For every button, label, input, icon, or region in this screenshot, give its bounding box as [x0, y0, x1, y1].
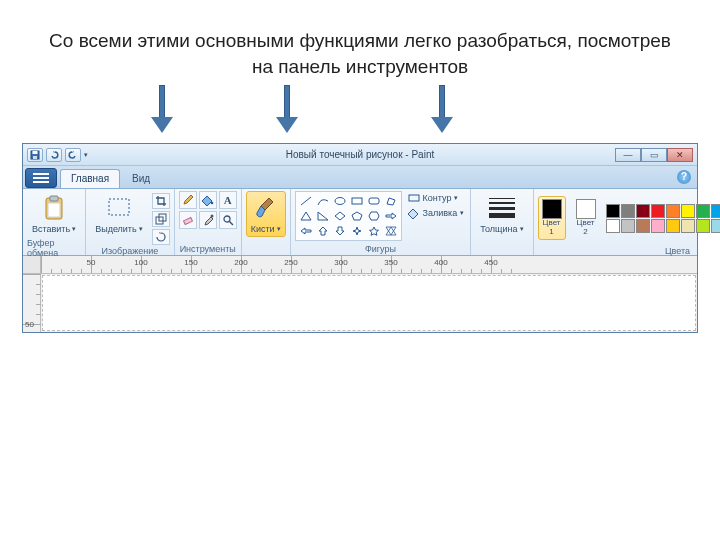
select-button[interactable]: Выделить▾	[90, 191, 148, 237]
horizontal-ruler: 50100150200250300350400450	[23, 256, 697, 274]
rotate-icon[interactable]	[152, 229, 170, 245]
palette-swatch[interactable]	[606, 204, 620, 218]
file-menu-button[interactable]	[25, 168, 57, 188]
shape-arrow-up-icon[interactable]	[315, 224, 331, 238]
quick-access-toolbar: ▾	[27, 148, 88, 162]
palette-swatch[interactable]	[606, 219, 620, 233]
eraser-tool-icon[interactable]	[179, 211, 197, 229]
palette-swatch[interactable]	[681, 219, 695, 233]
size-label: Толщина	[480, 224, 517, 234]
shape-hexagon-icon[interactable]	[366, 209, 382, 223]
palette-swatch[interactable]	[636, 219, 650, 233]
palette-swatch[interactable]	[711, 219, 720, 233]
palette-swatch[interactable]	[696, 219, 710, 233]
pencil-tool-icon[interactable]	[179, 191, 197, 209]
svg-line-13	[229, 222, 233, 226]
shape-rect-icon[interactable]	[349, 194, 365, 208]
group-colors: Цвет 1 Цвет 2 Изменение цветов Цвета	[534, 189, 720, 255]
group-shapes: Контур▾ Заливка▾ Фигуры	[291, 189, 472, 255]
svg-rect-16	[352, 198, 362, 204]
shape-line-icon[interactable]	[298, 194, 314, 208]
shape-star5-icon[interactable]	[366, 224, 382, 238]
text-tool-icon[interactable]: A	[219, 191, 237, 209]
group-tools: A Инструменты	[175, 189, 242, 255]
shape-arrow-left-icon[interactable]	[298, 224, 314, 238]
thickness-icon	[489, 194, 515, 222]
color2-label: Цвет 2	[576, 219, 596, 237]
arrow-2	[280, 85, 294, 133]
workarea: 50	[23, 274, 697, 332]
size-button[interactable]: Толщина▾	[475, 191, 528, 237]
paint-window: ▾ Новый точечный рисунок - Paint — ▭ ✕ Г…	[22, 143, 698, 333]
color1-button[interactable]: Цвет 1	[538, 196, 566, 240]
title-bar: ▾ Новый точечный рисунок - Paint — ▭ ✕	[23, 144, 697, 166]
help-icon[interactable]: ?	[677, 170, 691, 184]
crop-icon[interactable]	[152, 193, 170, 209]
palette-swatch[interactable]	[696, 204, 710, 218]
shape-gallery[interactable]	[295, 191, 402, 241]
shape-star6-icon[interactable]	[383, 224, 399, 238]
shape-right-triangle-icon[interactable]	[315, 209, 331, 223]
shape-arrow-right-icon[interactable]	[383, 209, 399, 223]
fill-tool-icon[interactable]	[199, 191, 217, 209]
color-palette[interactable]	[606, 204, 720, 233]
undo-icon[interactable]	[46, 148, 62, 162]
qat-dropdown-icon[interactable]: ▾	[84, 151, 88, 159]
brushes-button[interactable]: Кисти▾	[246, 191, 286, 237]
arrow-3	[435, 85, 449, 133]
palette-swatch[interactable]	[651, 219, 665, 233]
shape-star4-icon[interactable]	[349, 224, 365, 238]
shape-curve-icon[interactable]	[315, 194, 331, 208]
shape-roundrect-icon[interactable]	[366, 194, 382, 208]
maximize-button[interactable]: ▭	[641, 148, 667, 162]
palette-swatch[interactable]	[711, 204, 720, 218]
svg-rect-1	[33, 151, 38, 154]
pointer-arrows	[0, 85, 720, 143]
select-label: Выделить	[95, 224, 137, 234]
palette-swatch[interactable]	[651, 204, 665, 218]
svg-rect-5	[48, 203, 60, 217]
palette-swatch[interactable]	[666, 219, 680, 233]
group-clipboard-label: Буфер обмена	[27, 237, 81, 258]
save-icon[interactable]	[27, 148, 43, 162]
resize-icon[interactable]	[152, 211, 170, 227]
group-image: Выделить▾ Изображение	[86, 189, 175, 255]
paste-button[interactable]: Вставить▾	[27, 191, 81, 237]
palette-swatch[interactable]	[666, 204, 680, 218]
window-controls: — ▭ ✕	[615, 148, 693, 162]
arrow-1	[155, 85, 169, 133]
palette-swatch[interactable]	[681, 204, 695, 218]
shape-arrow-down-icon[interactable]	[332, 224, 348, 238]
shape-outline-button[interactable]: Контур▾	[406, 191, 467, 205]
vertical-ruler: 50	[23, 274, 41, 332]
ribbon-tabs: Главная Вид ?	[23, 166, 697, 188]
shape-triangle-icon[interactable]	[298, 209, 314, 223]
svg-rect-17	[369, 198, 379, 204]
svg-point-12	[224, 216, 230, 222]
tab-view[interactable]: Вид	[121, 169, 161, 188]
shape-polygon-icon[interactable]	[383, 194, 399, 208]
canvas[interactable]	[42, 275, 696, 331]
palette-swatch[interactable]	[636, 204, 650, 218]
color1-swatch	[542, 199, 562, 219]
shape-oval-icon[interactable]	[332, 194, 348, 208]
tab-home[interactable]: Главная	[60, 169, 120, 188]
shape-diamond-icon[interactable]	[332, 209, 348, 223]
clipboard-icon	[41, 194, 67, 222]
paste-label: Вставить	[32, 224, 70, 234]
zoom-tool-icon[interactable]	[219, 211, 237, 229]
dropper-tool-icon[interactable]	[199, 211, 217, 229]
color2-button[interactable]: Цвет 2	[572, 196, 600, 240]
svg-point-11	[210, 215, 213, 218]
shape-pentagon-icon[interactable]	[349, 209, 365, 223]
brush-icon	[253, 194, 279, 222]
shape-fill-button[interactable]: Заливка▾	[406, 206, 467, 220]
ribbon: Вставить▾ Буфер обмена Выделить▾	[23, 188, 697, 256]
svg-rect-2	[33, 156, 37, 159]
redo-icon[interactable]	[65, 148, 81, 162]
group-image-label: Изображение	[102, 245, 159, 256]
close-button[interactable]: ✕	[667, 148, 693, 162]
palette-swatch[interactable]	[621, 219, 635, 233]
palette-swatch[interactable]	[621, 204, 635, 218]
minimize-button[interactable]: —	[615, 148, 641, 162]
